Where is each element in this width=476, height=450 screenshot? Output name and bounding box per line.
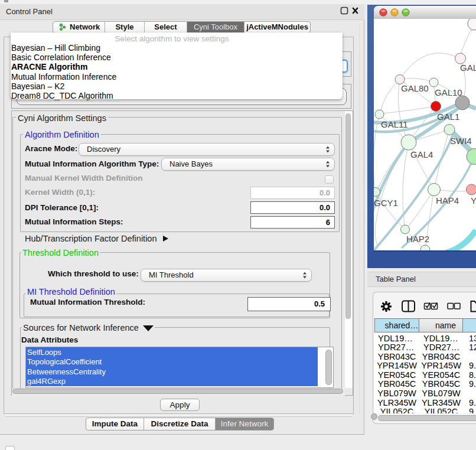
svg-text:Y: Y	[471, 195, 476, 206]
svg-text:GAL80: GAL80	[401, 83, 429, 93]
svg-text:GAL11: GAL11	[381, 119, 408, 129]
svg-text:SWI4: SWI4	[450, 136, 472, 146]
svg-text:HAP4: HAP4	[436, 195, 459, 206]
svg-text:GAL10: GAL10	[435, 87, 462, 97]
svg-text:GAL2: GAL2	[460, 63, 476, 73]
svg-text:HAP2: HAP2	[406, 234, 429, 244]
svg-text:GCY1: GCY1	[374, 198, 398, 208]
svg-text:GAL4: GAL4	[410, 149, 433, 159]
svg-text:GAL1: GAL1	[437, 112, 459, 122]
